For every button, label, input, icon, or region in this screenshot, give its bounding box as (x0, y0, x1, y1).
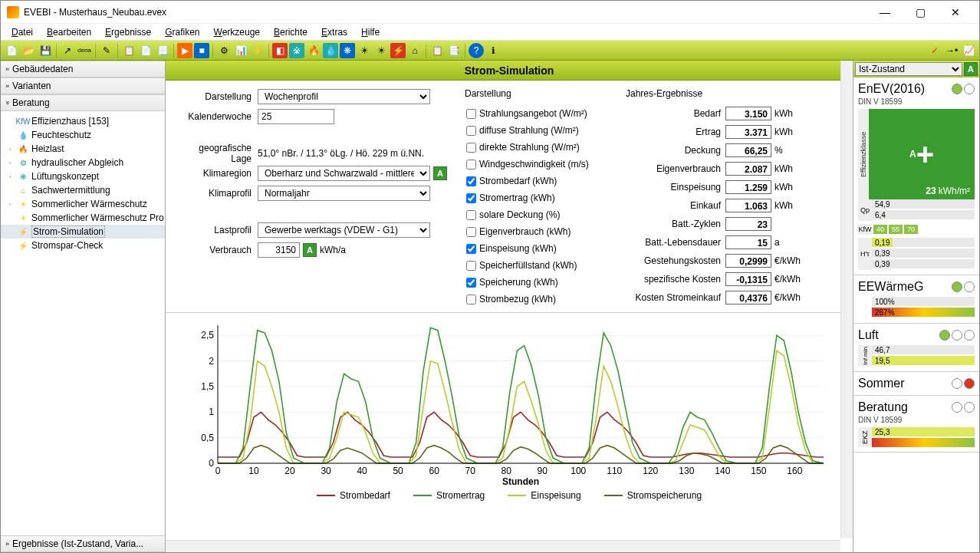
svg-text:Stunden: Stunden (502, 476, 539, 486)
tool1-icon[interactable]: ⚙ (216, 43, 232, 58)
report2-icon[interactable]: 📑 (446, 43, 462, 58)
chk-9[interactable]: Speicherfüllstand (kWh) (465, 257, 610, 274)
tree-item-sachwertermittlung[interactable]: ⌂Sachwertermittlung (1, 183, 165, 197)
klimaprofil-select[interactable]: Normaljahr (258, 186, 430, 201)
open-icon[interactable]: 📂 (21, 43, 36, 58)
tree-item-sommerlicher-w-rmeschutz-pro[interactable]: ☀Sommerlicher Wärmeschutz Pro (1, 211, 165, 225)
menu-ergebnisse[interactable]: Ergebnisse (99, 25, 157, 39)
eewaermeg-title: EEWärmeG (858, 280, 923, 294)
svg-text:100: 100 (571, 466, 586, 476)
tree-icon: ⚡ (18, 226, 28, 237)
menu-hilfe[interactable]: Hilfe (355, 25, 386, 39)
result-4: Einspeisung1.259kWh (626, 179, 802, 196)
menu-datei[interactable]: Datei (5, 25, 39, 39)
enev-title: EnEV(2016) (858, 82, 925, 96)
chk-4[interactable]: Strombedarf (kWh) (465, 173, 610, 189)
mod4-icon[interactable]: 💧 (323, 43, 338, 58)
chk-6[interactable]: solare Deckung (%) (465, 206, 610, 223)
svg-text:80: 80 (502, 466, 512, 476)
a-badge3-icon[interactable]: A (964, 62, 978, 76)
acc-beratung[interactable]: »Beratung (1, 94, 165, 111)
mod6-icon[interactable]: ☀ (357, 43, 372, 58)
doc1-icon[interactable]: 📋 (121, 43, 136, 58)
chk-8[interactable]: Einspeisung (kWh) (465, 240, 610, 257)
new-icon[interactable]: 📄 (4, 43, 19, 58)
tree-icon: ⚙ (18, 157, 28, 168)
svg-text:110: 110 (607, 466, 622, 476)
result-2: Deckung66,25% (626, 142, 802, 159)
tree-item-strom-simulation[interactable]: ⚡Strom-Simulation (1, 225, 165, 239)
acc-gebaeudedaten[interactable]: »Gebäudedaten (1, 61, 165, 77)
tree-icon: 💧 (18, 130, 28, 140)
darstellung-select[interactable]: Wochenprofil (258, 89, 430, 104)
tree-item-sommerlicher-w-rmeschutz[interactable]: ›☀Sommerlicher Wärmeschutz (1, 197, 165, 211)
edit-icon[interactable]: ✎ (99, 43, 114, 58)
mod8-icon[interactable]: ⚡ (390, 43, 406, 58)
connect-icon[interactable]: →• (944, 43, 959, 58)
a-badge2-icon[interactable]: A (303, 243, 317, 257)
variant-select[interactable]: Ist-Zustand (855, 62, 962, 76)
lastprofil-select[interactable]: Gewerbe werktags (VDEW - G1) (258, 222, 430, 238)
tree-item-stromspar-check[interactable]: ⚡Stromspar-Check (1, 239, 165, 252)
menu-berichte[interactable]: Berichte (268, 25, 314, 39)
chk-3[interactable]: Windgeschwindigkeit (m/s) (465, 156, 610, 173)
legend-3: Stromspeicherung (604, 490, 702, 501)
app-icon (7, 6, 19, 18)
verbrauch-input[interactable] (258, 242, 300, 258)
minimize-button[interactable]: — (867, 1, 903, 24)
menu-bearbeiten[interactable]: Bearbeiten (41, 25, 97, 39)
check-icon[interactable]: ✓ (927, 43, 942, 58)
mod3-icon[interactable]: 🔥 (306, 43, 321, 58)
save-icon[interactable]: 💾 (38, 43, 53, 58)
tree-item-l-ftungskonzept[interactable]: ›❋Lüftungskonzept (1, 170, 165, 183)
tree-item-feuchteschutz[interactable]: 💧Feuchteschutz (1, 128, 165, 142)
result-9: spezifische Kosten-0,1315€/kWh (626, 271, 802, 288)
run-icon[interactable]: ▶ (177, 43, 192, 58)
mod2-icon[interactable]: ※ (289, 43, 304, 58)
tree-icon: KfW (18, 116, 28, 127)
klimaregion-select[interactable]: Oberharz und Schwarzwald - mittlere Lage… (258, 166, 430, 181)
result-7: Batt.-Lebensdauer15a (626, 234, 802, 251)
dena-icon[interactable]: dena (77, 43, 92, 58)
tree-item-heizlast[interactable]: ›🔥Heizlast (1, 142, 165, 156)
report1-icon[interactable]: 📋 (429, 43, 445, 58)
window-title: EVEBI - Musterhaus_Neubau.evex (24, 7, 867, 18)
tree-item-effizienzhaus-[interactable]: KfWEffizienzhaus [153] (1, 114, 165, 128)
scrollbar-vertical[interactable] (840, 61, 853, 538)
toolbar: 📄 📂 💾 ↗ dena ✎ 📋 📄 📃 ▶ ■ ⚙ 📊 ⚡ ◧ ※ 🔥 💧 ❋… (1, 41, 979, 61)
help-icon[interactable]: ? (469, 43, 484, 58)
a-badge-icon[interactable]: A (433, 166, 447, 180)
chk-1[interactable]: diffuse Strahlung (W/m²) (465, 122, 610, 139)
mod7-icon[interactable]: ☀ (373, 43, 389, 58)
close-button[interactable]: ✕ (938, 1, 973, 24)
tool2-icon[interactable]: 📊 (233, 43, 248, 58)
menu-grafiken[interactable]: Grafiken (159, 25, 206, 39)
svg-text:50: 50 (393, 466, 403, 476)
chk-7[interactable]: Eigenverbrauch (kWh) (465, 223, 610, 240)
acc-ergebnisse[interactable]: »Ergebnisse (Ist-Zustand, Varia... (1, 535, 165, 552)
chk-2[interactable]: direkte Strahlung (W/m²) (465, 139, 610, 156)
menu-extras[interactable]: Extras (315, 25, 354, 39)
chk-5[interactable]: Stromertrag (kWh) (465, 189, 610, 206)
export-icon[interactable]: ↗ (60, 43, 75, 58)
mod1-icon[interactable]: ◧ (272, 43, 288, 58)
maximize-button[interactable]: ▢ (903, 1, 938, 24)
mod5-icon[interactable]: ❋ (340, 43, 355, 58)
sommer-title: Sommer (858, 377, 904, 390)
tree-item-hydraulischer-abgleich[interactable]: ›⚙hydraulischer Abgleich (1, 156, 165, 170)
chk-10[interactable]: Speicherung (kWh) (465, 274, 610, 291)
stop-icon[interactable]: ■ (194, 43, 209, 58)
menu-werkzeuge[interactable]: Werkzeuge (208, 25, 266, 39)
svg-text:60: 60 (429, 466, 439, 476)
chk-11[interactable]: Strombezug (kWh) (465, 291, 610, 308)
acc-varianten[interactable]: »Varianten (1, 77, 165, 94)
doc3-icon[interactable]: 📃 (155, 43, 170, 58)
mod9-icon[interactable]: ⌂ (407, 43, 423, 58)
chart-icon[interactable]: 📈 (961, 43, 976, 58)
tool3-icon[interactable]: ⚡ (250, 43, 265, 58)
info-icon[interactable]: ℹ (485, 43, 501, 58)
scrollbar-horizontal[interactable] (166, 540, 840, 552)
doc2-icon[interactable]: 📄 (138, 43, 153, 58)
chk-0[interactable]: Strahlungsangebot (W/m²) (465, 105, 610, 122)
kalenderwoche-input[interactable] (258, 109, 334, 124)
